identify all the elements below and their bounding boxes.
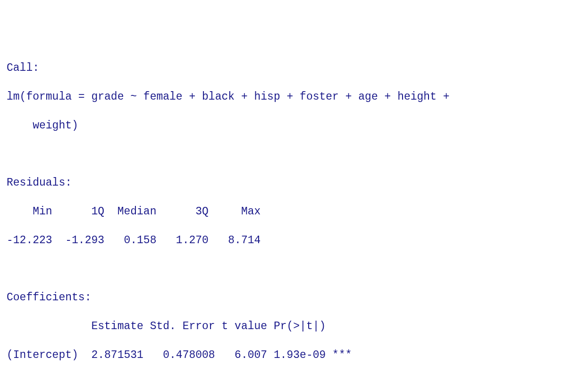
coefficients-header: Estimate Std. Error t value Pr(>|t|) bbox=[7, 319, 581, 333]
blank-line bbox=[7, 147, 581, 162]
call-formula-line1: lm(formula = grade ~ female + black + hi… bbox=[7, 90, 581, 104]
coef-row-intercept: (Intercept) 2.871531 0.478008 6.007 1.93… bbox=[7, 348, 581, 362]
residuals-title: Residuals: bbox=[7, 176, 581, 190]
call-formula-line2: weight) bbox=[7, 119, 581, 133]
residuals-values: -12.223 -1.293 0.158 1.270 8.714 bbox=[7, 233, 581, 247]
residuals-header: Min 1Q Median 3Q Max bbox=[7, 204, 581, 219]
blank-line bbox=[7, 262, 581, 276]
call-title: Call: bbox=[7, 61, 581, 75]
coefficients-title: Coefficients: bbox=[7, 290, 581, 305]
